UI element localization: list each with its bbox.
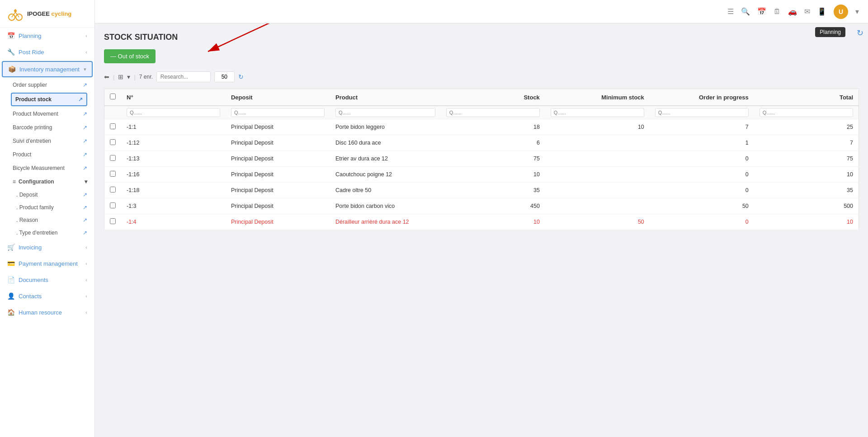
table-refresh-button[interactable]: ↻: [238, 73, 244, 80]
row-num-0: -1:1: [121, 119, 226, 135]
row-checkbox-cell-1: [104, 135, 122, 151]
sidebar-item-label: Payment management: [19, 260, 78, 267]
sidebar-subitem-label: Product Movement: [13, 111, 58, 117]
separator: |: [113, 74, 114, 80]
toolbar: — Out of stock: [104, 49, 859, 63]
row-num-6: -1:4: [121, 214, 226, 230]
planning-tooltip-text: Planning: [820, 29, 841, 35]
sidebar-item-contacts[interactable]: 👤 Contacts ‹: [0, 288, 94, 304]
sidebar-item-suivi-entretien[interactable]: Suivi d'entretien ↗: [0, 134, 94, 148]
human-resource-icon: 🏠: [7, 309, 15, 316]
sidebar-item-product-stock[interactable]: Product stock ↗: [11, 93, 87, 106]
external-link-icon: ↗: [83, 82, 87, 88]
calendar-icon[interactable]: 📅: [757, 7, 766, 16]
sidebar-item-deposit[interactable]: . Deposit ↗: [0, 188, 94, 201]
sidebar-item-type-entretien[interactable]: . Type d'entretien ↗: [0, 226, 94, 239]
table-row: -1:16 Principal Deposit Caoutchouc poign…: [104, 167, 859, 183]
sidebar-subitem-label: Barcode printing: [13, 124, 52, 131]
sidebar-item-reason[interactable]: . Reason ↗: [0, 214, 94, 226]
table-row: -1:13 Principal Deposit Etrier av dura a…: [104, 151, 859, 167]
row-num-5: -1:3: [121, 198, 226, 214]
top-header: ☰ 🔍 📅 🗓 🚗 ✉ 📱 U ▾: [95, 0, 868, 23]
row-checkbox-1[interactable]: [110, 139, 116, 145]
row-checkbox-4[interactable]: [110, 187, 116, 193]
row-checkbox-cell-3: [104, 167, 122, 183]
sidebar-subitem-label: Order supplier: [13, 82, 47, 88]
sidebar-item-product-movement[interactable]: Product Movement ↗: [0, 107, 94, 121]
tablet-icon[interactable]: 📱: [817, 7, 826, 16]
row-minstock-3: [545, 167, 650, 183]
row-checkbox-5[interactable]: [110, 202, 116, 208]
user-dropdown-icon[interactable]: ▾: [855, 7, 859, 16]
row-orderprogress-0: 7: [650, 119, 754, 135]
sidebar-item-barcode-printing[interactable]: Barcode printing ↗: [0, 121, 94, 134]
hamburger-icon[interactable]: ☰: [727, 7, 734, 16]
row-deposit-5: Principal Deposit: [226, 198, 330, 214]
row-total-0: 25: [754, 119, 859, 135]
chevron-right-icon: ‹: [85, 49, 87, 55]
search-total-cell: [754, 106, 859, 119]
search-orderprogress[interactable]: [655, 108, 749, 117]
sidebar-subitem-label: Product stock: [15, 96, 52, 103]
search-icon[interactable]: 🔍: [741, 7, 750, 16]
sidebar-item-product[interactable]: Product ↗: [0, 148, 94, 161]
calendar2-icon[interactable]: 🗓: [774, 8, 781, 16]
sidebar-subitem-label: . Reason: [16, 217, 38, 223]
row-deposit-0: Principal Deposit: [226, 119, 330, 135]
row-checkbox-cell-0: [104, 119, 122, 135]
search-stock[interactable]: [446, 108, 540, 117]
sidebar-item-payment-management[interactable]: 💳 Payment management ‹: [0, 255, 94, 272]
sidebar-item-inventory[interactable]: 📦 Inventory management ▾: [2, 61, 93, 77]
column-header-min-stock: Minimum stock: [545, 89, 650, 106]
sidebar-item-bicycle-measurement[interactable]: Bicycle Measurement ↗: [0, 161, 94, 175]
sidebar-item-invoicing[interactable]: 🛒 Invoicing ‹: [0, 239, 94, 255]
row-total-2: 75: [754, 151, 859, 167]
logo-text: IPOGEE cycling: [27, 10, 71, 17]
back-icon[interactable]: ⬅: [104, 73, 109, 80]
car-icon[interactable]: 🚗: [788, 7, 797, 16]
sidebar-item-configuration[interactable]: ≡ Configuration ▾: [0, 175, 94, 188]
sidebar-subitem-label: . Type d'entretien: [16, 230, 57, 236]
chevron-right-icon: ‹: [85, 33, 87, 38]
row-stock-6: 10: [441, 214, 545, 230]
sidebar-item-post-ride[interactable]: 🔧 Post Ride ‹: [0, 44, 94, 60]
sidebar-item-label: Post Ride: [19, 49, 44, 56]
page-title: STOCK SITUATION: [104, 33, 859, 42]
external-link-icon: ↗: [83, 230, 87, 236]
column-header-num: N°: [121, 89, 226, 106]
list-view-icon[interactable]: ▾: [127, 73, 130, 80]
sidebar-subitem-label: Product: [13, 151, 31, 158]
per-page-input[interactable]: [214, 71, 235, 82]
sidebar-item-documents[interactable]: 📄 Documents ‹: [0, 272, 94, 288]
sidebar-item-order-supplier[interactable]: Order supplier ↗: [0, 78, 94, 92]
search-input[interactable]: [156, 71, 211, 82]
grid-view-icon[interactable]: ⊞: [118, 73, 123, 80]
row-deposit-3: Principal Deposit: [226, 167, 330, 183]
sidebar-item-planning[interactable]: 📅 Planning ‹: [0, 28, 94, 44]
row-checkbox-3[interactable]: [110, 171, 116, 177]
chevron-right-icon: ‹: [85, 293, 87, 299]
search-stock-cell: [441, 106, 545, 119]
sidebar-item-product-family[interactable]: . Product family ↗: [0, 201, 94, 214]
row-stock-3: 10: [441, 167, 545, 183]
mail-icon[interactable]: ✉: [804, 7, 810, 16]
search-num[interactable]: [127, 108, 220, 117]
user-avatar[interactable]: U: [834, 5, 848, 19]
contacts-icon: 👤: [7, 292, 15, 300]
row-checkbox-0[interactable]: [110, 123, 116, 129]
chevron-down-icon: ▾: [85, 179, 87, 185]
column-header-order-progress: Order in progress: [650, 89, 754, 106]
table-row: -1:12 Principal Deposit Disc 160 dura ac…: [104, 135, 859, 151]
sidebar-item-human-resource[interactable]: 🏠 Human resource ‹: [0, 304, 94, 320]
search-minstock[interactable]: [551, 108, 644, 117]
row-checkbox-6[interactable]: [110, 218, 116, 224]
refresh-icon[interactable]: ↻: [857, 28, 863, 38]
search-total[interactable]: [760, 108, 853, 117]
search-product[interactable]: [335, 108, 435, 117]
row-checkbox-2[interactable]: [110, 155, 116, 161]
out-of-stock-button[interactable]: — Out of stock: [104, 49, 156, 63]
search-deposit[interactable]: [231, 108, 325, 117]
select-all-checkbox[interactable]: [110, 94, 116, 99]
planning-icon: 📅: [7, 32, 15, 39]
row-total-4: 35: [754, 183, 859, 198]
